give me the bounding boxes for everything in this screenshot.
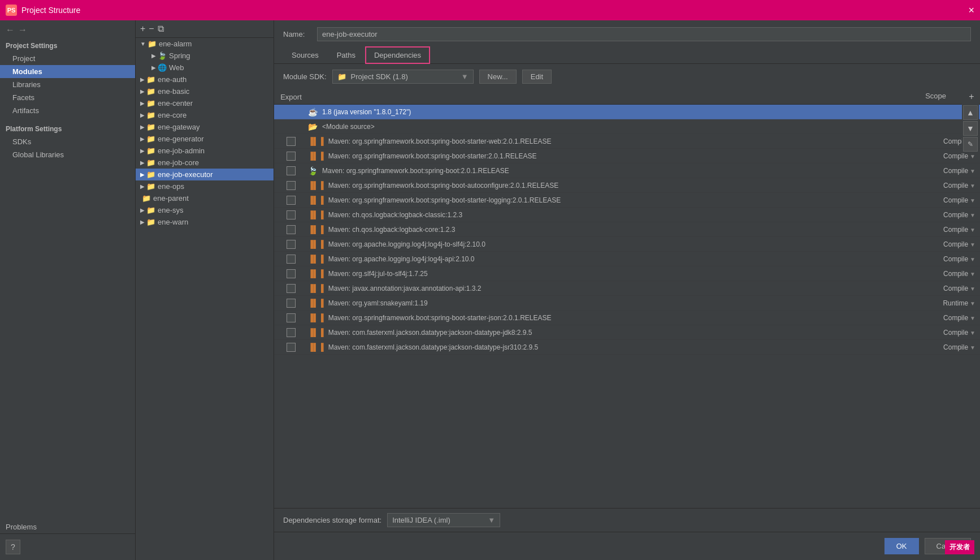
new-sdk-button[interactable]: New... bbox=[479, 70, 517, 84]
export-checkbox[interactable] bbox=[287, 284, 296, 293]
sidebar-item-problems[interactable]: Problems bbox=[0, 520, 135, 533]
dep-export-cell bbox=[274, 284, 308, 293]
export-checkbox[interactable] bbox=[287, 225, 296, 234]
move-up-button[interactable]: ▲ bbox=[963, 105, 978, 120]
ok-button[interactable]: OK bbox=[884, 538, 919, 554]
dep-row-jdk[interactable]: ☕ 1.8 (java version "1.8.0_172") bbox=[274, 105, 980, 119]
storage-select[interactable]: IntelliJ IDEA (.iml) ▼ bbox=[387, 513, 500, 527]
sidebar-item-artifacts[interactable]: Artifacts bbox=[0, 104, 135, 117]
tree-item-ene-job-core[interactable]: ▶ 📁 ene-job-core bbox=[136, 157, 274, 169]
scope-dropdown-arrow[interactable]: ▼ bbox=[970, 153, 975, 160]
forward-button[interactable]: → bbox=[18, 25, 27, 35]
dep-row-14[interactable]: ▐▌▐ Maven: org.springframework.boot:spri… bbox=[274, 311, 980, 325]
export-checkbox[interactable] bbox=[287, 255, 296, 264]
sidebar-item-libraries[interactable]: Libraries bbox=[0, 78, 135, 91]
export-checkbox[interactable] bbox=[287, 240, 296, 249]
dep-row-7[interactable]: ▐▌▐ Maven: ch.qos.logback:logback-classi… bbox=[274, 208, 980, 222]
export-checkbox[interactable] bbox=[287, 328, 296, 337]
copy-module-button[interactable]: ⧉ bbox=[158, 24, 164, 34]
tree-item-ene-center[interactable]: ▶ 📁 ene-center bbox=[136, 97, 274, 109]
dep-row-16[interactable]: ▐▌▐ Maven: com.fasterxml.jackson.datatyp… bbox=[274, 340, 980, 355]
tree-item-ene-generator[interactable]: ▶ 📁 ene-generator bbox=[136, 133, 274, 145]
sidebar-item-modules[interactable]: Modules bbox=[0, 65, 135, 78]
export-checkbox[interactable] bbox=[287, 196, 296, 205]
folder-icon: 📁 bbox=[146, 182, 155, 191]
scope-dropdown-arrow[interactable]: ▼ bbox=[970, 197, 975, 204]
tree-item-ene-gateway[interactable]: ▶ 📁 ene-gateway bbox=[136, 121, 274, 133]
sidebar-item-sdks[interactable]: SDKs bbox=[0, 135, 135, 148]
scope-dropdown-arrow[interactable]: ▼ bbox=[970, 344, 975, 351]
scope-dropdown-arrow[interactable]: ▼ bbox=[970, 183, 975, 189]
spring-icon: 🍃 bbox=[158, 51, 167, 60]
add-module-button[interactable]: + bbox=[140, 24, 145, 34]
dep-row-9[interactable]: ▐▌▐ Maven: org.apache.logging.log4j:log4… bbox=[274, 237, 980, 252]
dep-row-8[interactable]: ▐▌▐ Maven: ch.qos.logback:logback-core:1… bbox=[274, 222, 980, 237]
tree-item-web[interactable]: ▶ 🌐 Web bbox=[136, 62, 274, 74]
edit-item-button[interactable]: ✎ bbox=[963, 137, 978, 152]
maven-icon: ▐▌▐ bbox=[308, 313, 324, 322]
sidebar-item-global-libraries[interactable]: Global Libraries bbox=[0, 148, 135, 161]
export-checkbox[interactable] bbox=[287, 313, 296, 322]
dep-row-15[interactable]: ▐▌▐ Maven: com.fasterxml.jackson.datatyp… bbox=[274, 325, 980, 340]
close-button[interactable]: × bbox=[968, 5, 974, 16]
scope-dropdown-arrow[interactable]: ▼ bbox=[970, 256, 975, 262]
dep-export-cell bbox=[274, 181, 308, 190]
scope-dropdown-arrow[interactable]: ▼ bbox=[970, 271, 975, 277]
dep-row-13[interactable]: ▐▌▐ Maven: org.yaml:snakeyaml:1.19 Runti… bbox=[274, 296, 980, 311]
scope-dropdown-arrow[interactable]: ▼ bbox=[970, 300, 975, 307]
sidebar-item-project[interactable]: Project bbox=[0, 52, 135, 65]
tab-sources[interactable]: Sources bbox=[283, 47, 327, 63]
dep-row-10[interactable]: ▐▌▐ Maven: org.apache.logging.log4j:log4… bbox=[274, 252, 980, 266]
dep-row-module-source[interactable]: 📂 <Module source> bbox=[274, 119, 980, 134]
dep-row-5[interactable]: ▐▌▐ Maven: org.springframework.boot:spri… bbox=[274, 178, 980, 193]
sdk-select[interactable]: 📁 Project SDK (1.8) ▼ bbox=[332, 70, 474, 84]
export-checkbox[interactable] bbox=[287, 181, 296, 190]
tree-item-ene-basic[interactable]: ▶ 📁 ene-basic bbox=[136, 85, 274, 97]
scope-dropdown-arrow[interactable]: ▼ bbox=[970, 315, 975, 321]
dep-name: <Module source> bbox=[320, 123, 907, 131]
tab-paths[interactable]: Paths bbox=[328, 47, 364, 63]
dep-row-11[interactable]: ▐▌▐ Maven: org.slf4j:jul-to-slf4j:1.7.25… bbox=[274, 266, 980, 281]
dep-row-2[interactable]: ▐▌▐ Maven: org.springframework.boot:spri… bbox=[274, 134, 980, 149]
sidebar-item-facets[interactable]: Facets bbox=[0, 91, 135, 104]
back-button[interactable]: ← bbox=[6, 25, 15, 35]
add-dependency-button[interactable]: + bbox=[963, 92, 980, 102]
export-checkbox[interactable] bbox=[287, 137, 296, 146]
dep-row-6[interactable]: ▐▌▐ Maven: org.springframework.boot:spri… bbox=[274, 193, 980, 208]
remove-module-button[interactable]: − bbox=[149, 24, 154, 34]
export-checkbox[interactable] bbox=[287, 210, 296, 219]
tree-item-ene-parent[interactable]: 📁 ene-parent bbox=[136, 192, 274, 204]
export-checkbox[interactable] bbox=[287, 166, 296, 175]
right-action-panel: ▲ ▼ ✎ bbox=[962, 104, 979, 153]
footer: OK Cancel bbox=[274, 532, 980, 560]
export-checkbox[interactable] bbox=[287, 343, 296, 352]
scope-dropdown-arrow[interactable]: ▼ bbox=[970, 330, 975, 336]
tree-item-ene-warn[interactable]: ▶ 📁 ene-warn bbox=[136, 216, 274, 228]
name-input[interactable] bbox=[317, 27, 971, 41]
help-button[interactable]: ? bbox=[6, 540, 20, 554]
tree-item-spring[interactable]: ▶ 🍃 Spring bbox=[136, 50, 274, 62]
tree-item-ene-ops[interactable]: ▶ 📁 ene-ops bbox=[136, 180, 274, 192]
scope-dropdown-arrow[interactable]: ▼ bbox=[970, 242, 975, 248]
tab-dependencies[interactable]: Dependencies bbox=[365, 46, 430, 64]
export-checkbox[interactable] bbox=[287, 152, 296, 161]
maven-icon: ▐▌▐ bbox=[308, 240, 324, 248]
scope-dropdown-arrow[interactable]: ▼ bbox=[970, 286, 975, 292]
dep-row-12[interactable]: ▐▌▐ Maven: javax.annotation:javax.annota… bbox=[274, 281, 980, 296]
scope-dropdown-arrow[interactable]: ▼ bbox=[970, 227, 975, 233]
scope-dropdown-arrow[interactable]: ▼ bbox=[970, 168, 975, 174]
tree-item-ene-sys[interactable]: ▶ 📁 ene-sys bbox=[136, 204, 274, 216]
edit-sdk-button[interactable]: Edit bbox=[522, 70, 552, 84]
tree-item-ene-job-admin[interactable]: ▶ 📁 ene-job-admin bbox=[136, 145, 274, 157]
tree-item-ene-core[interactable]: ▶ 📁 ene-core bbox=[136, 109, 274, 121]
dep-row-3[interactable]: ▐▌▐ Maven: org.springframework.boot:spri… bbox=[274, 149, 980, 163]
move-down-button[interactable]: ▼ bbox=[963, 121, 978, 136]
tree-item-ene-alarm[interactable]: ▼ 📁 ene-alarm bbox=[136, 38, 274, 50]
dep-row-4[interactable]: 🍃 Maven: org.springframework.boot:spring… bbox=[274, 163, 980, 178]
dep-name: Maven: org.apache.logging.log4j:log4j-ap… bbox=[326, 255, 907, 263]
tree-item-ene-auth[interactable]: ▶ 📁 ene-auth bbox=[136, 74, 274, 85]
tree-item-ene-job-executor[interactable]: ▶ 📁 ene-job-executor bbox=[136, 169, 274, 180]
export-checkbox[interactable] bbox=[287, 269, 296, 278]
scope-dropdown-arrow[interactable]: ▼ bbox=[970, 212, 975, 218]
export-checkbox[interactable] bbox=[287, 299, 296, 308]
